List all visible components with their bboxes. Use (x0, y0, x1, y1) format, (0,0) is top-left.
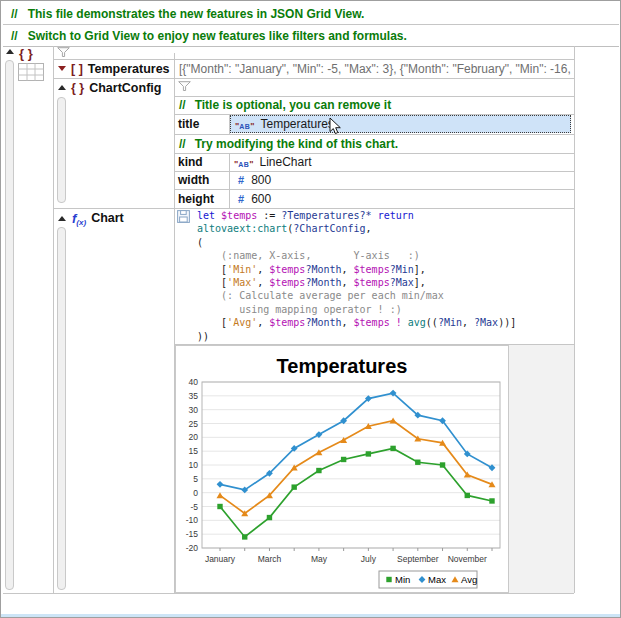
field-title-value-cell-selected[interactable]: "AB" Temperatures (230, 115, 571, 133)
collapse-arrow-icon[interactable] (58, 85, 66, 90)
chartconfig-comment-row-1[interactable]: // Title is optional, you can remove it (175, 96, 574, 114)
string-type-icon: "AB" (235, 115, 254, 133)
field-kind-name-cell[interactable]: kind (175, 153, 229, 171)
comment-text: This file demonstrates the new features … (28, 4, 365, 24)
code-line: (: Calculate average per each min/max (197, 289, 516, 302)
svg-text:25: 25 (189, 419, 199, 429)
code-line: altovaext:chart(?ChartConfig, (197, 222, 516, 235)
collapse-root-arrow-icon[interactable] (6, 49, 14, 54)
svg-text:-10: -10 (186, 515, 199, 525)
array-type-icon: [ ] (71, 62, 83, 76)
filter-icon[interactable] (178, 81, 191, 92)
svg-text:40: 40 (189, 377, 199, 387)
comment-text: Title is optional, you can remove it (195, 95, 392, 115)
field-value: 800 (251, 173, 271, 187)
field-width-value-cell[interactable]: # 800 (230, 171, 574, 189)
row-temperatures-name-cell[interactable]: [ ] Temperatures (54, 59, 174, 78)
chartconfig-comment-row-2[interactable]: // Try modifying the kind of this chart. (175, 134, 574, 153)
object-type-icon: { } (71, 81, 84, 95)
chart-image: Temperatures-20-15-10-50510152025303540J… (175, 345, 509, 593)
code-line: ['Avg', $temps?Month, $temps ! avg((?Min… (197, 316, 516, 329)
svg-text:0: 0 (193, 488, 198, 498)
window-bottom-strip (1, 614, 621, 618)
root-section-bar[interactable] (5, 60, 14, 590)
code-line: using mapping operator ! :) (197, 303, 516, 316)
collapse-arrow-icon[interactable] (58, 216, 66, 221)
field-value: LineChart (259, 155, 311, 169)
svg-text:20: 20 (189, 432, 199, 442)
chart-cell-filler (509, 345, 574, 593)
field-height-value-cell[interactable]: # 600 (230, 189, 574, 208)
node-name: ChartConfig (89, 81, 161, 95)
svg-text:Temperatures: Temperatures (277, 355, 408, 377)
field-value: 600 (251, 192, 271, 206)
array-preview: [{"Month": "January", "Min": -5, "Max": … (179, 62, 574, 76)
row-chartconfig-name-cell[interactable]: { } ChartConfig (54, 78, 174, 97)
svg-text:May: May (311, 554, 328, 564)
code-line: (:name, X-axis, Y-axis :) (197, 249, 516, 262)
code-line: )) (197, 330, 516, 343)
svg-text:-15: -15 (186, 529, 199, 539)
comment-slashes: // (179, 95, 186, 115)
svg-text:10: 10 (189, 460, 199, 470)
field-name: width (178, 173, 209, 187)
code-line: let $temps := ?Temperatures?* return (197, 209, 516, 222)
file-comment-row-1[interactable]: // This file demonstrates the new featur… (3, 3, 619, 24)
code-line: ['Min', $temps?Month, $temps?Min], (197, 263, 516, 276)
svg-text:Avg: Avg (461, 574, 477, 585)
field-name: height (178, 192, 214, 206)
field-value: Temperatures (260, 117, 333, 131)
grid-border (574, 46, 575, 593)
svg-text:July: July (361, 554, 377, 564)
comment-text: Try modifying the kind of this chart. (195, 134, 398, 154)
svg-text:5: 5 (193, 474, 198, 484)
node-name: Chart (91, 211, 124, 225)
comment-slashes: // (11, 4, 18, 24)
number-type-icon: # (238, 174, 244, 186)
svg-text:35: 35 (189, 391, 199, 401)
code-line: ['Max', $temps?Month, $temps?Max], (197, 276, 516, 289)
number-type-icon: # (238, 193, 244, 205)
comment-slashes: // (179, 134, 186, 154)
formula-type-icon: f(x) (72, 211, 86, 226)
svg-text:30: 30 (189, 405, 199, 415)
comment-text: Switch to Grid View to enjoy new feature… (28, 26, 407, 46)
filter-icon[interactable] (57, 47, 70, 58)
root-object-icon[interactable]: { } (19, 46, 33, 61)
field-name: kind (178, 155, 203, 169)
row-temperatures-value-cell[interactable]: [{"Month": "January", "Min": -5, "Max": … (175, 59, 574, 78)
formula-editor-icon[interactable] (177, 210, 190, 223)
svg-text:15: 15 (189, 446, 199, 456)
svg-text:January: January (205, 554, 236, 564)
svg-text:Min: Min (395, 574, 410, 585)
field-height-name-cell[interactable]: height (175, 189, 229, 208)
formula-code-cell[interactable]: let $temps := ?Temperatures?* returnalto… (197, 209, 516, 343)
svg-text:March: March (258, 554, 282, 564)
row-chart-name-cell[interactable]: f(x) Chart (54, 208, 174, 228)
file-comment-row-2[interactable]: // Switch to Grid View to enjoy new feat… (3, 25, 619, 46)
field-title-name-cell[interactable]: title (175, 114, 229, 134)
field-name: title (178, 117, 199, 131)
comment-slashes: // (11, 26, 18, 46)
json-grid-view-window: // This file demonstrates the new featur… (0, 0, 621, 618)
svg-text:-5: -5 (190, 502, 198, 512)
chartconfig-section-bar[interactable] (57, 97, 66, 203)
node-name: Temperatures (88, 62, 170, 76)
svg-text:Max: Max (428, 574, 446, 585)
svg-text:November: November (448, 554, 487, 564)
code-line: ( (197, 236, 516, 249)
grid-border (3, 593, 574, 594)
svg-text:-20: -20 (186, 543, 199, 553)
chart-section-bar[interactable] (57, 227, 66, 590)
grid-border (53, 46, 54, 593)
collapse-arrow-icon[interactable] (58, 66, 66, 71)
table-view-icon[interactable] (18, 63, 44, 81)
field-width-name-cell[interactable]: width (175, 171, 229, 189)
string-type-icon: "AB" (234, 153, 253, 171)
field-kind-value-cell[interactable]: "AB" LineChart (230, 153, 574, 171)
svg-text:September: September (397, 554, 439, 564)
grid-border (3, 46, 619, 47)
